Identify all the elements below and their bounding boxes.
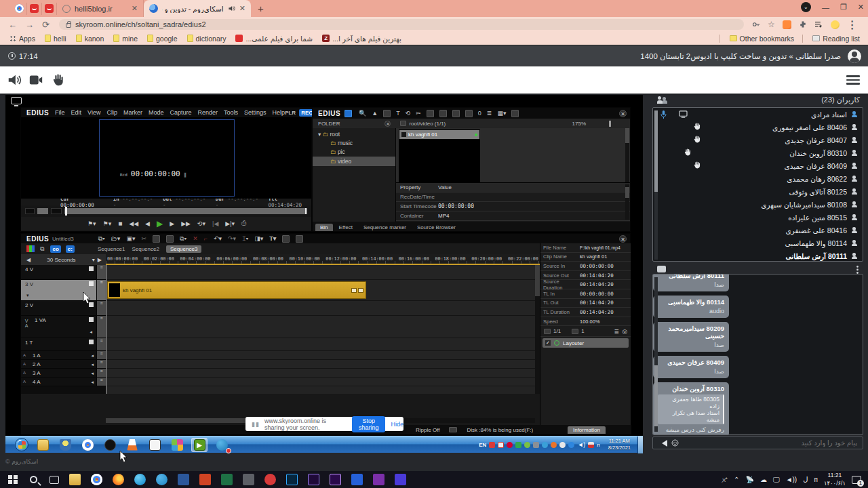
tab-audio-icon[interactable]	[228, 5, 235, 12]
tab-bin[interactable]: Bin	[315, 224, 333, 231]
title-tool-icon[interactable]: T▾	[269, 235, 276, 242]
taskbar-telegram-icon[interactable]	[156, 474, 167, 485]
tab-sequence3-active[interactable]: Sequence3	[166, 245, 201, 253]
user-row-presenter[interactable]: استاد مرادی	[653, 108, 863, 121]
tray-icon[interactable]	[533, 442, 539, 448]
export-button[interactable]: ⎙	[241, 220, 246, 227]
search-icon[interactable]: 🔍	[359, 110, 366, 117]
speaker-button[interactable]	[7, 73, 22, 87]
overlay-status-icon[interactable]	[449, 427, 457, 432]
users-scrollbar[interactable]	[654, 110, 658, 260]
taskbar-powerpoint-icon[interactable]	[199, 474, 211, 485]
bookmark-item[interactable]: google	[147, 35, 178, 43]
zoom-slider[interactable]	[609, 121, 611, 127]
user-row[interactable]: 80108 سیدامیرشایان سپهری	[653, 198, 863, 211]
remote-clock[interactable]: 11:21 AM8/23/2021	[608, 438, 631, 451]
menu-mode[interactable]: Mode	[149, 109, 164, 116]
url-text[interactable]: skyroom.online/ch/soltani_sadra/edius2	[75, 20, 206, 28]
co-mode-chip[interactable]: co	[50, 245, 60, 253]
delete-icon[interactable]: ✕	[193, 235, 198, 242]
bin-scrollbar[interactable]	[625, 128, 629, 182]
pinned-tab-3[interactable]	[42, 3, 57, 15]
copy-icon[interactable]	[427, 110, 434, 117]
list-icon[interactable]: ≣	[614, 328, 620, 335]
track-1va[interactable]: VA1 VA◂≡	[21, 316, 106, 338]
layouter-checkbox[interactable]: ✓	[545, 340, 551, 346]
restore-button[interactable]: ❐	[840, 3, 847, 12]
other-bookmarks[interactable]: Other bookmarks	[730, 35, 795, 43]
menu-edit[interactable]: Edit	[71, 109, 82, 116]
timeline-playhead[interactable]	[106, 265, 107, 394]
taskbar-app-icon[interactable]	[373, 474, 384, 485]
apps-shortcut[interactable]: Apps	[9, 35, 35, 43]
cut-icon[interactable]: ✂	[416, 110, 421, 117]
onedrive-cloud-icon[interactable]: ☁	[760, 476, 767, 483]
send-icon[interactable]	[658, 440, 667, 447]
tray-antenna-icon[interactable]: 📡	[746, 476, 754, 483]
tab-close-icon[interactable]: ✕	[132, 4, 138, 13]
tray-expand-chevron[interactable]: ⌃	[734, 476, 739, 483]
shuttle-thumb[interactable]	[37, 208, 48, 214]
save-icon[interactable]: ▣▾	[126, 235, 135, 242]
tab-effect[interactable]: Effect	[334, 224, 357, 231]
taskbar-app-icon[interactable]	[351, 474, 363, 485]
action-center-icon[interactable]: 1	[852, 476, 861, 484]
menu-file[interactable]: File	[55, 109, 65, 116]
c-mode-chip[interactable]: c:	[66, 245, 75, 253]
back-button[interactable]: ←	[8, 20, 17, 30]
tray-icon[interactable]	[489, 442, 495, 448]
prev-frame-button[interactable]: ◀	[145, 220, 150, 227]
paste-icon[interactable]	[439, 110, 447, 117]
close-icon[interactable]: ✕	[619, 235, 627, 243]
user-row[interactable]: 80407 عرفان جدیدی	[653, 134, 863, 146]
track-3v-selected[interactable]: 3 V≡▾	[21, 280, 106, 301]
sidebar-menu-icon[interactable]	[846, 75, 860, 85]
key-icon[interactable]	[752, 20, 760, 28]
track-1t[interactable]: 1 T≡	[21, 338, 106, 351]
bookmark-star-icon[interactable]: ☆	[768, 20, 775, 29]
shuttle-left[interactable]	[25, 208, 35, 214]
taskbar-telegram-icon[interactable]	[214, 438, 230, 452]
set-in-button[interactable]: ⚑▾	[87, 220, 96, 227]
menu-help[interactable]: Help	[273, 109, 285, 116]
loop-button[interactable]: ⟲▾	[197, 220, 205, 227]
timeline-scale-select[interactable]: ◀ 30 Seconds ▾▶	[21, 254, 106, 265]
add-cut-icon[interactable]: ⌶▾	[242, 235, 248, 243]
extension-icon[interactable]	[783, 20, 791, 29]
taskbar-chrome-icon[interactable]	[79, 438, 96, 452]
tree-node-music[interactable]: 🗀 music	[313, 138, 395, 146]
taskbar-edius-icon-active[interactable]: ▶	[191, 438, 208, 452]
host-clock[interactable]: 11:21۱۴۰۰/۶/۱	[824, 472, 846, 487]
information-tab[interactable]: Information	[568, 426, 606, 434]
tab-sequence-marker[interactable]: Sequence marker	[359, 224, 411, 231]
target-icon[interactable]: ◎	[622, 328, 627, 335]
taskbar-app-icon[interactable]	[395, 474, 406, 485]
close-icon[interactable]: ✕	[619, 110, 627, 117]
taskbar-explorer-icon[interactable]	[35, 438, 51, 452]
taskbar-media-app-icon[interactable]	[169, 438, 185, 452]
clip-audio-icon[interactable]	[358, 288, 363, 293]
taskbar-firefox-icon[interactable]	[113, 474, 124, 485]
tree-node-root[interactable]: ▾ 🗀 root	[313, 128, 395, 138]
reload-button[interactable]: ⟳	[42, 20, 50, 30]
bookmark-item-fa[interactable]: Zبهترین فیلم های آخر ا...	[322, 35, 401, 43]
language-tray-icon[interactable]: ل	[803, 476, 808, 483]
taskbar-shield-icon[interactable]	[57, 438, 73, 452]
plr-mode-button[interactable]: PLR	[285, 110, 296, 116]
rewind-button[interactable]: ◀◀	[129, 220, 138, 227]
bookmark-item-fa[interactable]: شما برای فیلم علمی...	[235, 35, 313, 43]
property-scrollbar[interactable]	[625, 184, 629, 220]
new-folder-icon[interactable]	[383, 110, 391, 117]
extensions-puzzle-icon[interactable]	[799, 20, 807, 28]
briefcase-icon[interactable]	[511, 110, 519, 117]
tab-sequence2[interactable]: Sequence2	[132, 246, 159, 252]
network-tray-icon[interactable]: ᴨ	[814, 476, 817, 483]
new-tab-button[interactable]: +	[258, 3, 264, 14]
user-row[interactable]: 80310 آروین خندان	[653, 146, 863, 159]
menu-marker[interactable]: Marker	[123, 109, 142, 116]
tray-icon[interactable]	[524, 442, 530, 448]
chat-input[interactable]	[679, 439, 863, 447]
keyframe-icon[interactable]	[282, 235, 290, 243]
bookmark-item[interactable]: dictionary	[187, 35, 226, 43]
raise-hand-button[interactable]	[50, 73, 65, 87]
